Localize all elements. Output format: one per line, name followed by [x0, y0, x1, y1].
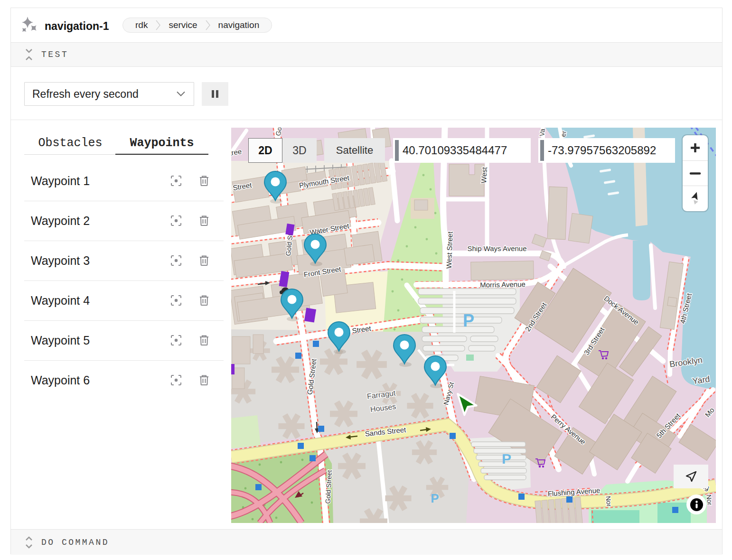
svg-text:P: P: [431, 491, 439, 505]
svg-text:P: P: [502, 451, 511, 467]
svg-text:Ship Ways Avenue: Ship Ways Avenue: [467, 244, 526, 252]
svg-text:West: West: [479, 167, 488, 184]
svg-text:West Street: West Street: [445, 231, 454, 269]
svg-text:Go: Go: [274, 128, 283, 137]
svg-text:Nor: Nor: [604, 495, 613, 507]
svg-text:P: P: [463, 311, 474, 330]
svg-text:Morris Avenue: Morris Avenue: [480, 280, 526, 289]
svg-text:Va: Va: [538, 128, 546, 137]
